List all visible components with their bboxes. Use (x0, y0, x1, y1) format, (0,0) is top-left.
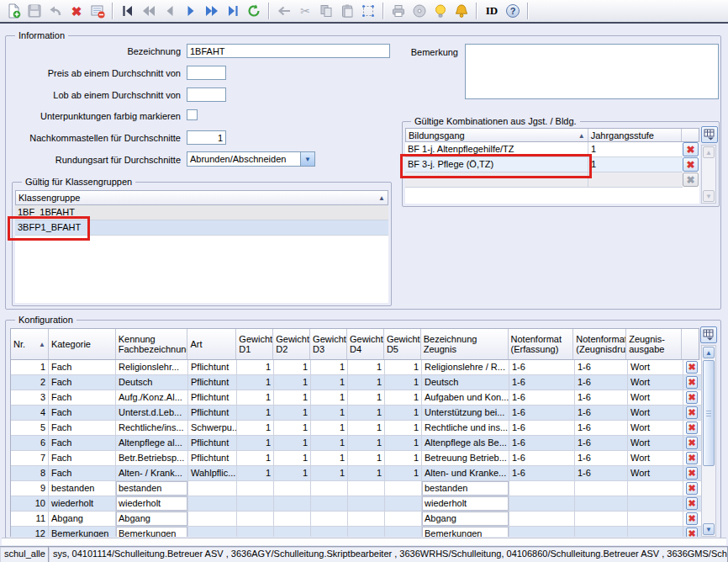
delete-row-button[interactable]: ✖ (683, 142, 699, 156)
bezeichnung-input[interactable] (187, 44, 390, 58)
id-button[interactable]: ID (482, 2, 502, 20)
delete-icon[interactable]: ✖ (66, 2, 87, 20)
bell-icon[interactable] (451, 2, 472, 20)
delete-row-button[interactable]: ✖ (686, 512, 698, 525)
col-gewicht-d4[interactable]: GewichtD4 (347, 329, 384, 359)
col-gewicht-d5[interactable]: GewichtD5 (384, 329, 421, 359)
kombination-row-empty[interactable] (405, 172, 683, 188)
paste-icon[interactable] (337, 2, 357, 20)
bemerkung-textarea[interactable] (465, 44, 719, 99)
previous-fast-icon[interactable] (139, 2, 159, 20)
scroll-up-icon: ▲ (703, 146, 715, 158)
table-row[interactable]: 5 Fach Rechtliche/ins... Schwerpu... 1 1… (11, 421, 716, 436)
rundungsart-combobox[interactable]: Abrunden/Abschneiden ▼ (187, 151, 315, 167)
refresh-icon[interactable] (244, 2, 264, 20)
konfiguration-header: Nr.▲ Kategorie KennungFachbezeichnung Ar… (10, 328, 699, 360)
col-nr[interactable]: Nr.▲ (11, 329, 49, 359)
delete-row-button[interactable]: ✖ (686, 497, 698, 510)
kombination-row-selected[interactable]: BF 3-j. Pflege (Ö,TZ) 1 (405, 157, 683, 172)
chevron-down-icon[interactable]: ▼ (300, 152, 314, 166)
cut-icon[interactable]: ✂ (295, 2, 315, 20)
delete-row-button[interactable]: ✖ (686, 406, 698, 419)
new-record-icon[interactable] (3, 2, 24, 20)
table-row[interactable]: 11 Abgang Abgang Abgang ✖ (11, 512, 716, 527)
disc-icon[interactable] (409, 2, 430, 20)
col-art[interactable]: Art (187, 329, 236, 359)
delete-row-button[interactable]: ✖ (683, 157, 699, 172)
toolbar: ✖ ✂ (0, 0, 728, 24)
previous-record-icon[interactable] (160, 2, 180, 20)
table-row[interactable]: 10 wiederholt wiederholt wiederholt ✖ (11, 496, 716, 512)
statusbar: schul_alle sys, 04101114/Schulleitung.Be… (0, 546, 728, 562)
save-icon[interactable] (24, 2, 45, 20)
col-kategorie[interactable]: Kategorie (49, 329, 116, 359)
table-row[interactable]: 2 Fach Deutsch Pflichtunt 1 1 1 1 1 Deut… (11, 375, 716, 390)
col-gewicht-d2[interactable]: GewichtD2 (273, 329, 310, 359)
kombinationen-scrollbar[interactable]: ▲ ▼ (701, 145, 716, 204)
klassengruppen-title: Gültig für Klassengruppen (22, 177, 135, 187)
col-bezeichnung-zeugnis[interactable]: BezeichnungZeugnis (421, 329, 509, 359)
delete-row-button[interactable]: ✖ (686, 391, 698, 404)
discard-form-icon[interactable] (87, 2, 108, 20)
col-gewicht-d1[interactable]: GewichtD1 (236, 329, 273, 359)
table-row[interactable]: 12 Bemerkungen Bemerkungen Bemerkungen ✖ (11, 527, 716, 537)
copy-icon[interactable] (316, 2, 336, 20)
col-notenformat-zeugnisdruck[interactable]: Notenformat(Zeugnisdruck) (573, 329, 626, 359)
last-record-icon[interactable] (223, 2, 243, 20)
unterpunktungen-label: Unterpunktungen farbig markieren (17, 111, 181, 121)
delete-row-button[interactable]: ✖ (686, 482, 698, 495)
scroll-down-icon[interactable]: ▼ (703, 523, 715, 535)
col-kennung[interactable]: KennungFachbezeichnung (116, 329, 188, 359)
rundungsart-label: Rundungsart für Durchschnitte (17, 155, 181, 165)
klassengruppe-row[interactable]: 1BF_1BFAHT (15, 205, 388, 220)
lightbulb-icon[interactable] (430, 2, 451, 20)
col-jahrgangsstufe[interactable]: Jahrgangsstufe (588, 129, 682, 141)
rundungsart-value: Abrunden/Abschneiden (187, 152, 300, 166)
back-arrow-icon[interactable] (274, 2, 294, 20)
klassengruppe-row-selected[interactable]: 3BFP1_BFAHT (15, 220, 388, 236)
column-config-button[interactable] (701, 126, 718, 143)
col-bildungsgang[interactable]: Bildungsgang▲ (406, 129, 588, 141)
delete-row-button[interactable]: ✖ (686, 361, 698, 374)
table-row[interactable]: 8 Fach Alten- / Krank... Wahlpflic... 1 … (11, 466, 716, 481)
sort-asc-icon: ▲ (378, 194, 385, 202)
select-icon[interactable] (358, 2, 378, 20)
nachkommastellen-input[interactable] (187, 130, 226, 145)
delete-row-button[interactable]: ✖ (686, 422, 698, 434)
delete-row-button[interactable]: ✖ (686, 376, 698, 389)
help-icon[interactable]: ? (503, 2, 523, 20)
table-row[interactable]: 1 Fach Religionslehr... Pflichtunt 1 1 1… (11, 360, 716, 375)
toolbar-separator (268, 3, 270, 19)
konfiguration-scrollbar[interactable]: ▲ ▼ (701, 345, 716, 537)
scroll-up-icon[interactable]: ▲ (703, 347, 715, 358)
delete-row-button[interactable]: ✖ (686, 467, 698, 480)
unterpunktungen-checkbox[interactable] (187, 109, 198, 120)
table-row[interactable]: 9 bestanden bestanden bestanden ✖ (11, 481, 716, 496)
kombinationen-title: Gültige Kombinationen aus Jgst. / Bldg. (411, 116, 580, 126)
scrollbar-thumb[interactable] (703, 360, 715, 466)
table-row[interactable]: 6 Fach Altenpflege al... Pflichtunt 1 1 … (11, 436, 716, 451)
sort-asc-icon: ▲ (578, 131, 585, 139)
col-notenformat-erfassung[interactable]: Notenformat(Erfassung) (509, 329, 574, 359)
column-config-button[interactable] (700, 326, 717, 343)
next-fast-icon[interactable] (202, 2, 222, 20)
preis-input[interactable] (187, 66, 226, 80)
delete-row-button[interactable]: ✖ (686, 528, 698, 537)
table-row[interactable]: 7 Fach Betr.Betriebsp... Pflichtunt 1 1 … (11, 451, 716, 466)
col-gewicht-d3[interactable]: GewichtD3 (310, 329, 347, 359)
first-record-icon[interactable] (118, 2, 138, 20)
statusbar-user-roles: sys, 04101114/Schulleitung.Betreuer ASV … (49, 547, 728, 562)
delete-row-button[interactable]: ✖ (686, 452, 698, 464)
kombination-row[interactable]: BF 1-j. Altenpflegehilfe/TZ 1 (405, 142, 683, 157)
col-zeugnisausgabe[interactable]: Zeugnis-ausgabe (626, 329, 682, 359)
print-icon[interactable] (388, 2, 409, 20)
col-klassengruppe[interactable]: Klassengruppe▲ (16, 191, 388, 204)
lob-input[interactable] (187, 87, 226, 102)
table-row[interactable]: 3 Fach Aufg./Konz.Al... Pflichtunt 1 1 1… (11, 390, 716, 406)
undo-icon[interactable] (45, 2, 66, 20)
next-record-icon[interactable] (181, 2, 201, 20)
statusbar-school: schul_alle (0, 547, 49, 562)
toolbar-separator (527, 3, 529, 19)
table-row[interactable]: 4 Fach Unterst.d.Leb... Pflichtunt 1 1 1… (11, 406, 716, 421)
delete-row-button[interactable]: ✖ (686, 437, 698, 449)
